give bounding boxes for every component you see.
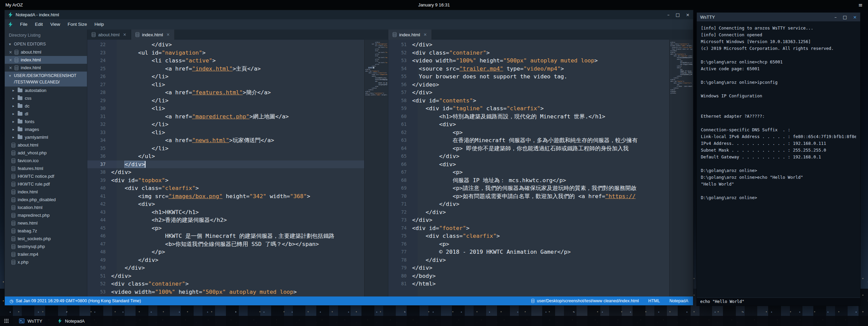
document-icon bbox=[12, 252, 15, 257]
open-editor-item[interactable]: ×index.html bbox=[5, 56, 87, 64]
file-item[interactable]: teabag.7z bbox=[5, 227, 87, 235]
open-editor-item[interactable]: ×about.html bbox=[5, 48, 87, 56]
line-number: 56 bbox=[388, 81, 412, 89]
file-item[interactable]: mapredirect.php bbox=[5, 211, 87, 219]
document-icon bbox=[12, 197, 15, 202]
code-line: 43 <h1>HKWTC</h1> bbox=[87, 208, 364, 216]
chevron-right-icon: ▸ bbox=[12, 96, 15, 100]
notepad-statusbar: ◷ Sat Jan 09 2021 16:29:49 GMT+0800 (Hon… bbox=[5, 296, 693, 305]
line-number: 50 bbox=[87, 264, 111, 272]
menu-edit[interactable]: Edit bbox=[31, 19, 47, 30]
menu-file[interactable]: File bbox=[16, 19, 31, 30]
line-number: 61 bbox=[388, 120, 412, 129]
taskbar-item-wstty[interactable]: WsTTY bbox=[19, 316, 42, 326]
close-icon[interactable]: × bbox=[9, 58, 12, 62]
line-number: 25 bbox=[87, 65, 111, 73]
code-line: 54 <source src="trailer.mp4" type="video… bbox=[388, 65, 669, 73]
line-number: 31 bbox=[87, 113, 111, 121]
taskbar-item-notepada[interactable]: NotepadA bbox=[58, 316, 85, 326]
file-item[interactable]: testmysql.php bbox=[5, 243, 87, 250]
menu-font-size[interactable]: Font Size bbox=[64, 19, 91, 30]
editor-tab[interactable]: index.html× bbox=[388, 30, 432, 40]
file-item[interactable]: favicon.ico bbox=[5, 157, 87, 165]
line-number: 74 bbox=[388, 224, 412, 232]
open-editors-list: ×about.html×index.html×index.html bbox=[5, 48, 87, 72]
code-line: 63 在香港的Minecraft 伺服器中，多為小遊戲和純生存的伺服器，較少擁有 bbox=[388, 136, 669, 145]
app-grid-icon[interactable] bbox=[4, 319, 9, 323]
file-item[interactable]: trailer.mp4 bbox=[5, 250, 87, 258]
directory-listing-header: Directory Listing bbox=[5, 30, 87, 40]
tab-close-icon[interactable]: × bbox=[123, 32, 126, 37]
terminal-line bbox=[701, 120, 856, 127]
tab-close-icon[interactable]: × bbox=[424, 32, 427, 37]
code-editor-left[interactable]: 22 </div>23 <ul id="navigation">24 <li c… bbox=[87, 40, 364, 296]
line-number: 80 bbox=[388, 272, 412, 280]
code-line: 47 <b>你知道我們全線伺服器已轉用 SSD 了嗎？</b></span> bbox=[87, 240, 364, 248]
folder-item[interactable]: ▸fonts bbox=[5, 118, 87, 126]
status-language-mode[interactable]: HTML bbox=[648, 299, 660, 303]
close-icon[interactable]: × bbox=[9, 50, 12, 55]
wstty-minimize-icon[interactable]: – bbox=[834, 15, 837, 20]
editor-pane-right[interactable]: index.html× 51</div>52<div class="contai… bbox=[388, 30, 693, 296]
folder-item[interactable]: ▸dc bbox=[5, 102, 87, 110]
minimap-right[interactable]: </div><div class="container"><video widt… bbox=[669, 40, 693, 296]
code-editor-right[interactable]: 51</div>52<div class="container">53<vide… bbox=[388, 40, 669, 296]
file-item[interactable]: HKWTC notice.pdf bbox=[5, 172, 87, 180]
file-item[interactable]: location.html bbox=[5, 204, 87, 211]
file-item[interactable]: about.html bbox=[5, 141, 87, 149]
folder-item[interactable]: ▸css bbox=[5, 94, 87, 102]
wstty-maximize-icon[interactable]: □ bbox=[843, 15, 847, 20]
file-item[interactable]: index.php_disabled bbox=[5, 196, 87, 204]
notepad-minimize-icon[interactable]: – bbox=[667, 12, 670, 17]
system-menu-title[interactable]: My ArOZ bbox=[5, 2, 23, 7]
hamburger-menu-icon[interactable]: ≡ bbox=[858, 2, 863, 8]
open-editors-section-header[interactable]: ▾ OPEN EDITORS bbox=[5, 40, 87, 48]
notepad-titlebar[interactable]: NotepadA - index.html – □ × bbox=[5, 10, 693, 19]
line-number: 75 bbox=[388, 232, 412, 240]
tab-close-icon[interactable]: × bbox=[166, 32, 170, 37]
editor-pane-left[interactable]: about.html×index.html× 22 </div>23 <ul i… bbox=[87, 30, 388, 296]
document-icon bbox=[12, 236, 15, 241]
code-line: 33 <li> bbox=[87, 129, 364, 137]
code-line: 24 <li class="active"> bbox=[87, 57, 364, 65]
folder-item[interactable]: ▸dl bbox=[5, 110, 87, 118]
wstty-titlebar[interactable]: WsTTY – □ × bbox=[697, 13, 860, 21]
minimap-left[interactable]: </div> <ul id="navigation"> <li class="a… bbox=[364, 40, 388, 296]
notepad-maximize-icon[interactable]: □ bbox=[676, 12, 680, 17]
file-item[interactable]: features.html bbox=[5, 165, 87, 172]
system-clock: January 9 16:31 bbox=[0, 2, 868, 7]
code-line: 67 <p> bbox=[388, 168, 669, 176]
code-line: 57</div> bbox=[388, 89, 669, 97]
folder-item[interactable]: ▸autostation bbox=[5, 87, 87, 94]
menu-view[interactable]: View bbox=[47, 19, 64, 30]
editor-tab[interactable]: about.html× bbox=[87, 30, 131, 40]
file-item[interactable]: news.html bbox=[5, 219, 87, 227]
code-line: 66 <div> bbox=[388, 160, 669, 169]
file-item[interactable]: index.html bbox=[5, 188, 87, 196]
file-item[interactable]: add_vhost.php bbox=[5, 149, 87, 157]
code-line: 74<div id="footer"> bbox=[388, 224, 669, 232]
file-item[interactable]: x.php bbox=[5, 258, 87, 266]
terminal-output[interactable]: [info] Conencting to arozos WsTTY servic… bbox=[697, 21, 860, 298]
document-icon bbox=[15, 50, 18, 55]
document-icon bbox=[12, 213, 15, 218]
line-number: 36 bbox=[87, 152, 111, 160]
status-file-path[interactable]: user/Desktop/screenshot/test/www cleaned… bbox=[531, 299, 639, 303]
workspace-section-header[interactable]: ▾ USER:/DESKTOP/SCREENSHOT /TEST/WWW CLE… bbox=[5, 72, 87, 87]
folder-item[interactable]: ▸yamlyamlml bbox=[5, 133, 87, 141]
notepad-close-icon[interactable]: × bbox=[686, 12, 690, 17]
wstty-close-icon[interactable]: × bbox=[853, 15, 857, 20]
open-editors-label: OPEN EDITORS bbox=[14, 42, 46, 46]
wstty-window-title: WsTTY bbox=[700, 15, 715, 20]
terminal-line: D:\golang\aroz online>ipconfig bbox=[701, 79, 856, 86]
terminal-line: Active code page: 65001 bbox=[701, 65, 856, 72]
file-item[interactable]: HKWTC rule.pdf bbox=[5, 180, 87, 188]
folder-item[interactable]: ▸images bbox=[5, 126, 87, 133]
terminal-input[interactable]: echo "Hello World" bbox=[697, 298, 860, 306]
close-icon[interactable]: × bbox=[9, 65, 12, 70]
code-line: 69 <p>請注意，我們的伺服器為確保玩家及遊玩時的質素，我們對的服務開啟 bbox=[388, 184, 669, 192]
file-item[interactable]: test_sockets.php bbox=[5, 235, 87, 243]
menu-help[interactable]: Help bbox=[91, 19, 108, 30]
editor-tab[interactable]: index.html× bbox=[131, 30, 175, 40]
open-editor-item[interactable]: ×index.html bbox=[5, 64, 87, 72]
